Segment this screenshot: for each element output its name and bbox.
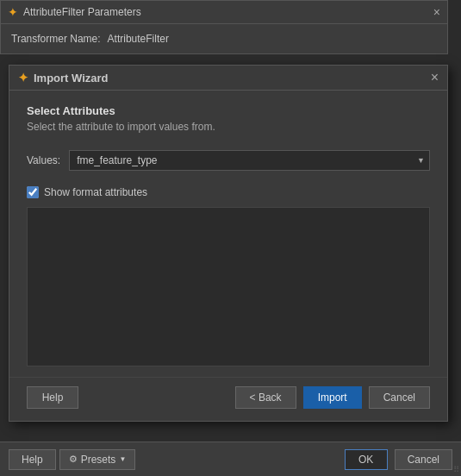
bg-fme-icon: ✦ [8, 5, 18, 19]
presets-chevron-icon: ▼ [119, 455, 126, 463]
resize-handle: ⠿ [453, 465, 459, 474]
transformer-name-value: AttributeFilter [108, 33, 169, 45]
gear-icon: ⚙ [69, 454, 78, 465]
import-button[interactable]: Import [303, 386, 362, 409]
values-row: Values: fme_feature_type [27, 150, 430, 171]
transformer-name-label: Transformer Name: [11, 33, 101, 45]
presets-label: Presets [81, 454, 116, 466]
checkbox-row: Show format attributes [27, 186, 430, 198]
content-area [27, 207, 430, 366]
background-window: ✦ AttributeFilter Parameters × Transform… [0, 0, 448, 54]
values-select-wrapper[interactable]: fme_feature_type [69, 150, 430, 171]
ok-button[interactable]: OK [345, 449, 388, 470]
import-wizard-modal: ✦ Import Wizard × Select Attributes Sele… [9, 65, 448, 422]
show-format-checkbox[interactable] [27, 186, 39, 198]
toolbar-left: Help ⚙ Presets ▼ [9, 449, 135, 470]
values-label: Values: [27, 154, 60, 166]
help-button[interactable]: Help [27, 386, 78, 409]
bg-title-text: ✦ AttributeFilter Parameters [8, 5, 141, 19]
modal-body: Select Attributes Select the attribute t… [9, 91, 447, 377]
modal-title-left: ✦ Import Wizard [18, 71, 109, 85]
modal-title-bar: ✦ Import Wizard × [9, 66, 447, 91]
toolbar-help-button[interactable]: Help [9, 449, 56, 470]
bottom-toolbar: Help ⚙ Presets ▼ OK Cancel [0, 442, 461, 476]
bg-window-body: Transformer Name: AttributeFilter [1, 24, 447, 53]
modal-fme-icon: ✦ [18, 71, 28, 85]
presets-button[interactable]: ⚙ Presets ▼ [59, 449, 136, 470]
values-select[interactable]: fme_feature_type [69, 150, 430, 171]
back-button[interactable]: < Back [235, 386, 296, 409]
modal-title-text: Import Wizard [34, 72, 109, 85]
toolbar-cancel-button[interactable]: Cancel [395, 449, 452, 470]
toolbar-right: OK Cancel [345, 449, 452, 470]
modal-close-button[interactable]: × [431, 71, 439, 85]
cancel-button[interactable]: Cancel [369, 386, 430, 409]
bg-title-bar: ✦ AttributeFilter Parameters × [1, 1, 447, 24]
section-subtitle: Select the attribute to import values fr… [27, 121, 430, 133]
section-title: Select Attributes [27, 104, 430, 117]
modal-footer: Help < Back Import Cancel [9, 377, 447, 421]
bg-window-title: AttributeFilter Parameters [23, 6, 141, 18]
bg-close-button[interactable]: × [433, 6, 440, 18]
show-format-label[interactable]: Show format attributes [44, 186, 147, 198]
